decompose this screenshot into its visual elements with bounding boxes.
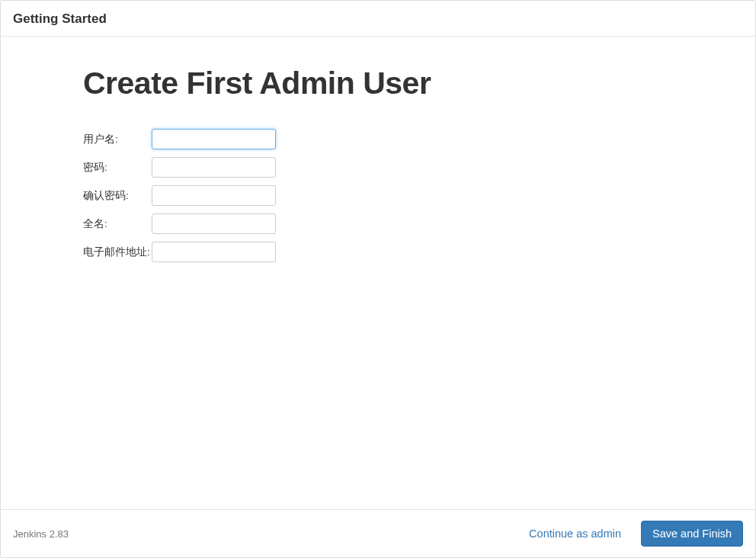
username-label: 用户名: <box>83 129 152 149</box>
page-title: Create First Admin User <box>83 66 755 101</box>
password-input[interactable] <box>152 157 276 178</box>
confirm-password-label: 确认密码: <box>83 185 152 206</box>
header-title: Getting Started <box>13 11 743 27</box>
email-input[interactable] <box>152 242 276 262</box>
save-and-finish-button[interactable]: Save and Finish <box>641 521 743 547</box>
footer: Jenkins 2.83 Continue as admin Save and … <box>1 509 755 557</box>
fullname-label: 全名: <box>83 213 152 234</box>
version-label: Jenkins 2.83 <box>13 528 69 540</box>
header: Getting Started <box>1 1 755 37</box>
admin-user-form: 用户名: 密码: 确认密码: 全名: 电子邮件地址: <box>83 121 276 270</box>
fullname-input[interactable] <box>152 213 276 234</box>
continue-as-admin-button[interactable]: Continue as admin <box>526 523 624 544</box>
main-content: Create First Admin User 用户名: 密码: 确认密码: 全… <box>1 37 755 509</box>
confirm-password-input[interactable] <box>152 185 276 206</box>
email-label: 电子邮件地址: <box>83 242 152 262</box>
password-label: 密码: <box>83 157 152 178</box>
username-input[interactable] <box>152 129 276 149</box>
